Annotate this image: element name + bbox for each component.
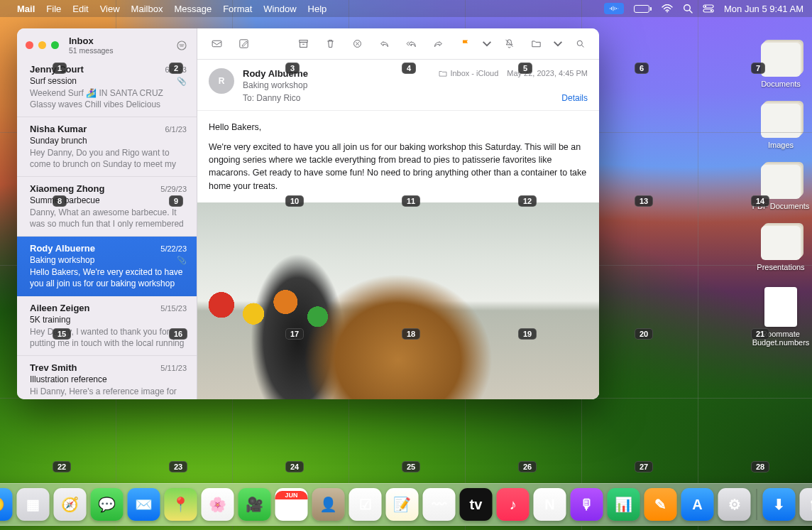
mute-icon[interactable]: [498, 35, 520, 53]
menu-edit[interactable]: Edit: [72, 4, 88, 14]
grid-label-6: 6: [635, 63, 649, 74]
zoom-icon[interactable]: [51, 41, 59, 49]
msg-date: 5/22/23: [160, 244, 187, 253]
reply-icon[interactable]: [373, 35, 395, 53]
flag-menu-icon[interactable]: [481, 35, 493, 53]
dock-trash[interactable]: 🗑: [800, 488, 813, 521]
envelope-icon[interactable]: [206, 35, 227, 53]
message-image-attachment[interactable]: [197, 202, 599, 399]
desktop-item-presentations[interactable]: Presentations: [749, 226, 812, 271]
desktop-item-label: Roommate Budget.numbers: [749, 330, 812, 347]
battery-icon[interactable]: [634, 5, 652, 13]
menu-format[interactable]: Format: [223, 4, 252, 14]
desktop-item-pdf-documents[interactable]: PDF Documents: [749, 165, 812, 210]
message-row[interactable]: Jenny Court6/2/23Surf session📎Weekend Su…: [17, 58, 197, 117]
mailbox-count: 51 messages: [69, 46, 175, 55]
svg-point-3: [705, 6, 706, 7]
dock-settings[interactable]: ⚙: [718, 488, 751, 521]
message-row[interactable]: Aileen Zeigen5/15/235K trainingHey Danny…: [17, 296, 197, 356]
reply-all-icon[interactable]: [400, 35, 422, 53]
dock-downloads[interactable]: ⬇: [763, 488, 796, 521]
dock-contacts[interactable]: 👤: [312, 488, 345, 521]
desktop-item-images[interactable]: Images: [749, 104, 812, 149]
archive-icon[interactable]: [292, 35, 314, 53]
dock-messages[interactable]: 💬: [91, 488, 124, 521]
desktop-item-roommate-budget-numbers[interactable]: Roommate Budget.numbers: [749, 287, 812, 347]
menu-window[interactable]: Window: [263, 4, 296, 14]
menu-message[interactable]: Message: [174, 4, 212, 14]
menu-mailbox[interactable]: Mailbox: [131, 4, 163, 14]
dock-podcasts[interactable]: 🎙: [571, 488, 603, 521]
dock-facetime[interactable]: 🎥: [238, 488, 271, 521]
desktop-item-label: Documents: [761, 80, 801, 88]
desktop-item-documents[interactable]: Documents: [749, 43, 812, 88]
grid-label-27: 27: [635, 461, 653, 472]
desktop-item-label: PDF Documents: [752, 202, 810, 210]
msg-from: Xiaomeng Zhong: [30, 183, 104, 194]
message-row[interactable]: Xiaomeng Zhong5/29/23Summer barbecueDann…: [17, 177, 197, 237]
mail-toolbar: [197, 28, 599, 60]
move-menu-icon[interactable]: [552, 35, 564, 53]
msg-from: Nisha Kumar: [30, 124, 87, 134]
grid-label-28: 28: [751, 461, 769, 472]
flag-icon[interactable]: [454, 35, 476, 53]
grid-label-20: 20: [635, 328, 653, 340]
dock-mail[interactable]: ✉️: [128, 488, 160, 521]
dock-launchpad[interactable]: ▦: [17, 488, 50, 521]
spotlight-icon[interactable]: [683, 4, 693, 13]
forward-icon[interactable]: [427, 35, 449, 53]
dock-safari[interactable]: 🧭: [54, 488, 87, 521]
msg-from: Jenny Court: [30, 64, 84, 75]
dock-freeform[interactable]: 〰: [423, 488, 456, 521]
menu-file[interactable]: File: [46, 4, 61, 14]
mail-window: Inbox 51 messages Jenny Court6/2/23Surf …: [17, 28, 599, 399]
message-timestamp: May 22, 2023, 4:45 PM: [507, 69, 588, 77]
menu-view[interactable]: View: [100, 4, 120, 14]
wifi-icon[interactable]: [662, 4, 673, 13]
msg-subject: Sunday brunch: [30, 136, 87, 146]
trash-icon[interactable]: [319, 35, 341, 53]
msg-subject: Baking workshop: [30, 255, 94, 265]
voice-control-icon[interactable]: [604, 3, 624, 14]
dock-music[interactable]: ♪: [497, 488, 530, 521]
mailbox-tag[interactable]: Inbox - iCloud: [439, 69, 498, 77]
dock-pages[interactable]: ✎: [644, 488, 677, 521]
grid-label-24: 24: [285, 461, 304, 472]
msg-subject: Illustration reference: [30, 374, 107, 384]
window-controls[interactable]: [26, 41, 59, 49]
dock-photos[interactable]: 🌸: [202, 488, 234, 521]
dock-news[interactable]: N: [534, 488, 566, 521]
sender-name: Rody Albuerne: [243, 68, 308, 79]
junk-icon[interactable]: [346, 35, 368, 53]
dock-tv[interactable]: tv: [460, 488, 493, 521]
msg-preview: Weekend Surf 🏄‍♀️ IN SANTA CRUZ Glassy w…: [30, 87, 187, 110]
filter-icon[interactable]: [175, 39, 188, 52]
msg-preview: Hello Bakers, We're very excited to have…: [30, 266, 187, 289]
dock-notes[interactable]: 📝: [386, 488, 419, 521]
move-icon[interactable]: [525, 35, 547, 53]
grid-label-23: 23: [169, 461, 187, 472]
message-header: R Rody Albuerne Inbox - iCloud May 22, 2…: [197, 60, 599, 111]
minimize-icon[interactable]: [38, 41, 46, 49]
dock-finder[interactable]: 🙂: [0, 488, 13, 521]
close-icon[interactable]: [26, 41, 33, 49]
control-center-icon[interactable]: [703, 4, 714, 13]
dock-appstore[interactable]: A: [681, 488, 714, 521]
dock-divider: [757, 489, 757, 520]
message-row[interactable]: Rody Albuerne5/22/23Baking workshop📎Hell…: [17, 237, 197, 296]
message-row[interactable]: Nisha Kumar6/1/23Sunday brunchHey Danny,…: [17, 117, 197, 177]
grid-label-25: 25: [402, 461, 420, 472]
dock-maps[interactable]: 📍: [165, 488, 197, 521]
search-icon[interactable]: [569, 35, 591, 53]
menu-help[interactable]: Help: [308, 4, 327, 14]
grid-label-22: 22: [53, 461, 71, 472]
menu-app[interactable]: Mail: [17, 4, 35, 14]
message-row[interactable]: Trev Smith5/11/23Illustration referenceH…: [17, 356, 197, 399]
dock-numbers[interactable]: 📊: [608, 488, 640, 521]
compose-icon[interactable]: [233, 35, 254, 53]
dock-reminders[interactable]: ☑: [349, 488, 382, 521]
details-link[interactable]: Details: [561, 93, 588, 103]
dock-calendar[interactable]: JUN5: [275, 488, 308, 521]
menu-clock[interactable]: Mon Jun 5 9:41 AM: [724, 4, 803, 14]
svg-point-0: [666, 11, 668, 13]
